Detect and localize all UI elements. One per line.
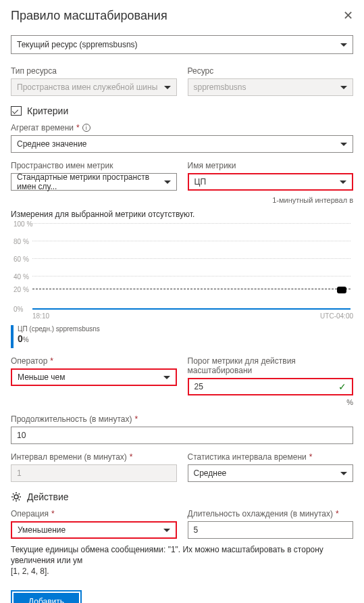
cooldown-label: Длительность охлаждения (в минутах) [188,509,334,518]
action-title: Действие [27,491,69,502]
operation-label: Операция [11,509,49,518]
metric-namespace-dropdown[interactable]: Стандартные метрики пространств имен слу… [11,173,177,191]
add-button[interactable]: Добавить [14,593,79,603]
threshold-input[interactable]: 25 ✓ [188,378,354,395]
resource-type-label: Тип ресурса [11,66,177,76]
operator-label: Оператор [11,356,47,366]
criteria-title: Критерии [27,105,68,116]
chart-marker [337,287,346,293]
duration-input[interactable]: 10 [11,427,353,444]
time-aggregate-value: Среднее значение [17,139,87,149]
metric-name-value: ЦП [194,177,207,187]
chevron-down-icon [340,86,347,89]
source-value: Текущий ресурс (sppremsbusns) [17,40,138,49]
time-aggregate-label: Агрегат времени [11,123,74,132]
action-icon [11,491,22,502]
cooldown-value: 5 [194,525,199,535]
svg-point-0 [14,495,18,499]
time-grain-input: 1 [11,464,177,482]
legend-value: 0 [18,333,23,344]
legend-label: ЦП (средн.) sppremsbusns [18,325,100,333]
metric-name-label: Имя метрики [188,161,354,170]
chevron-down-icon [340,180,346,184]
time-aggregate-dropdown[interactable]: Среднее значение [11,135,353,153]
chevron-down-icon [340,43,347,47]
threshold-value: 25 [194,382,203,391]
criteria-icon [11,106,22,116]
metric-namespace-value: Стандартные метрики пространств имен слу… [17,172,164,191]
resource-value: sppremsbusns [194,82,246,92]
scale-values: [1, 2, 4, 8]. [11,566,49,576]
resource-dropdown: sppremsbusns [188,78,354,96]
duration-value: 10 [17,431,26,440]
metric-name-dropdown[interactable]: ЦП [188,173,354,191]
threshold-unit: % [188,398,354,406]
operator-dropdown[interactable]: Меньше чем [11,368,177,386]
threshold-label: Порог метрики для действия масштабирован… [188,356,354,375]
x-tick-tz: UTC-04:00 [320,312,353,320]
resource-type-value: Пространства имен служебной шины [17,82,157,92]
chart-line [32,308,350,311]
operator-value: Меньше чем [18,372,66,382]
metric-namespace-label: Пространство имен метрик [11,161,177,170]
time-grain-label: Интервал времени (в минутах) [11,452,127,462]
chevron-down-icon [163,529,170,532]
operation-value: Уменьшение [18,525,66,535]
check-icon: ✓ [338,381,346,392]
operation-dropdown[interactable]: Уменьшение [11,521,177,539]
legend-color [11,325,14,348]
scale-note-text: Текущие единицы обмена сообщениями: "1".… [11,545,323,565]
metric-chart: 100 % 80 % 60 % 40 % 20 % 0% 18:10 UTC-0… [11,223,353,348]
duration-label: Продолжительность (в минутах) [11,414,132,424]
resource-type-dropdown: Пространства имен служебной шины [11,78,177,96]
time-grain-stat-value: Среднее [194,468,227,478]
chevron-down-icon [163,376,170,379]
resource-label: Ресурс [188,66,354,76]
chevron-down-icon [340,143,347,146]
chevron-down-icon [164,180,171,184]
source-dropdown[interactable]: Текущий ресурс (sppremsbusns) [11,35,353,54]
info-icon[interactable]: i [82,124,90,132]
chevron-down-icon [164,86,171,89]
time-grain-stat-dropdown[interactable]: Среднее [188,464,354,482]
interval-note: 1-минутный интервал в [11,196,353,204]
panel-title: Правило масштабирования [11,9,167,23]
close-icon[interactable]: ✕ [343,8,353,23]
time-grain-value: 1 [17,468,22,478]
dimensions-message: Измерения для выбранной метрики отсутств… [11,210,353,219]
x-tick: 18:10 [32,312,49,320]
chevron-down-icon [340,472,347,475]
time-grain-stat-label: Статистика интервала времени [188,452,307,462]
cooldown-input[interactable]: 5 [188,521,354,539]
